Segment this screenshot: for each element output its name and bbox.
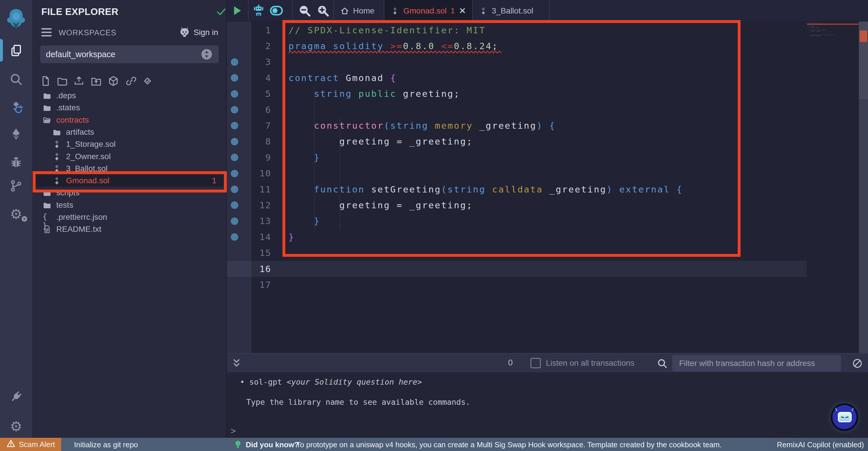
- tree-item-1_Storage.sol[interactable]: 1_Storage.sol: [32, 138, 226, 150]
- clear-terminal-icon[interactable]: [852, 358, 863, 369]
- gutter-dot[interactable]: [231, 186, 238, 193]
- file-text-icon: [42, 225, 52, 234]
- link-icon[interactable]: [125, 75, 138, 88]
- run-play-icon[interactable]: [230, 4, 243, 17]
- tree-item-.prettierrc.json[interactable]: { }.prettierrc.json: [32, 211, 226, 223]
- new-folder-icon[interactable]: [57, 75, 69, 88]
- tree-item-README.txt[interactable]: README.txt: [32, 223, 226, 235]
- code-line-16[interactable]: 16: [227, 261, 807, 277]
- tree-item-.deps[interactable]: .deps: [32, 90, 226, 102]
- tree-item-label: README.txt: [56, 225, 101, 234]
- code-line-10[interactable]: 10: [227, 166, 807, 181]
- file-explorer-panel: FILE EXPLORER WORKSPACES Sign in default…: [32, 0, 227, 438]
- code-line-1[interactable]: 1// SPDX-License-Identifier: MIT: [227, 22, 807, 38]
- tab-label: Gmonad.sol: [403, 6, 446, 16]
- gutter-dot[interactable]: [231, 233, 238, 241]
- code-editor[interactable]: 1// SPDX-License-Identifier: MIT2pragma …: [227, 22, 868, 353]
- tree-item-label: .deps: [56, 91, 76, 100]
- settings-icon[interactable]: ⚙: [0, 416, 32, 436]
- solidity-icon: [52, 152, 62, 162]
- new-file-icon[interactable]: [40, 75, 53, 88]
- file-explorer-icon[interactable]: [0, 40, 32, 61]
- code-line-9[interactable]: 9 }: [227, 149, 807, 165]
- workspaces-menu-icon[interactable]: [41, 28, 52, 38]
- remix-logo[interactable]: [0, 9, 32, 29]
- debugger-icon[interactable]: [0, 152, 32, 172]
- tab-3_Ballot.sol[interactable]: 3_Ballot.sol: [473, 0, 550, 22]
- git-icon[interactable]: [0, 175, 32, 196]
- code-line-12[interactable]: 12 greeting = _greeting;: [227, 197, 807, 213]
- copilot-toggle-icon[interactable]: [270, 4, 288, 17]
- listen-checkbox[interactable]: [530, 358, 541, 368]
- tree-item-label: artifacts: [66, 128, 94, 137]
- gutter-dot[interactable]: [231, 154, 238, 161]
- code-line-13[interactable]: 13 }: [227, 213, 807, 229]
- zoom-in-icon[interactable]: [316, 4, 330, 17]
- gutter-dot[interactable]: [231, 106, 238, 113]
- minimap[interactable]: // SPDX-License-Identifier: MITpragma so…: [807, 22, 859, 247]
- upload-file-icon[interactable]: [73, 75, 86, 88]
- code-line-14[interactable]: 14}: [227, 229, 807, 245]
- search-icon[interactable]: [0, 69, 32, 90]
- line-number: 17: [227, 280, 271, 290]
- gutter-dot[interactable]: [231, 218, 238, 225]
- tree-item-Gmonad.sol[interactable]: Gmonad.sol1: [32, 175, 226, 187]
- code-line-11[interactable]: 11 function setGreeting(string calldata …: [227, 181, 807, 197]
- tree-item-.states[interactable]: .states: [32, 102, 226, 114]
- code-line-7[interactable]: 7 constructor(string memory _greeting) {: [227, 117, 807, 133]
- error-count-badge: 1: [212, 176, 216, 185]
- gutter-dot[interactable]: [231, 170, 238, 177]
- tab-Home[interactable]: Home: [334, 0, 384, 22]
- gutter-dot[interactable]: [231, 90, 238, 98]
- solidity-compiler-icon[interactable]: [0, 97, 32, 117]
- folder-icon: [42, 200, 52, 210]
- init-git-repo-button[interactable]: Initialize as git repo: [74, 440, 138, 449]
- analyzers-icon[interactable]: ⚙: [0, 204, 32, 224]
- solidity-file-icon: [479, 7, 488, 15]
- transaction-filter-input[interactable]: [672, 355, 841, 371]
- tab-error-badge: 1: [451, 6, 455, 15]
- code-line-8[interactable]: 8 greeting = _greeting;: [227, 134, 807, 149]
- code-line-4[interactable]: 4contract Gmonad {: [227, 70, 807, 86]
- tree-item-contracts[interactable]: contracts: [32, 114, 226, 126]
- gutter-dot[interactable]: [231, 138, 238, 145]
- tree-item-tests[interactable]: tests: [32, 199, 226, 211]
- diamond-icon[interactable]: [142, 75, 154, 88]
- tab-Gmonad.sol[interactable]: Gmonad.sol1✕: [384, 0, 473, 22]
- folder-icon: [42, 188, 52, 198]
- listen-label[interactable]: Listen on all transactions: [546, 359, 634, 368]
- editor-scrollbar[interactable]: [859, 22, 868, 353]
- github-sign-in-button[interactable]: Sign in: [179, 26, 218, 38]
- copilot-status[interactable]: RemixAI Copilot (enabled): [777, 440, 864, 449]
- home-icon: [340, 7, 349, 15]
- terminal-search-icon[interactable]: [657, 358, 668, 369]
- code-text: }: [288, 152, 320, 163]
- code-line-15[interactable]: 15: [227, 245, 807, 260]
- code-line-17[interactable]: 17: [227, 277, 807, 292]
- code-line-3[interactable]: 3: [227, 54, 807, 70]
- plugin-manager-icon[interactable]: [0, 386, 32, 407]
- close-tab-icon[interactable]: ✕: [459, 7, 466, 15]
- tree-item-3_Ballot.sol[interactable]: 3_Ballot.sol: [32, 163, 226, 175]
- remix-ai-assistant-button[interactable]: [831, 403, 858, 431]
- scam-alert-button[interactable]: Scam Alert: [0, 438, 61, 451]
- gutter-dot[interactable]: [231, 58, 238, 66]
- code-line-6[interactable]: 6: [227, 102, 807, 117]
- tree-item-scripts[interactable]: scripts: [32, 187, 226, 199]
- solidity-icon: [52, 140, 62, 149]
- terminal-prompt[interactable]: >: [231, 426, 236, 436]
- zoom-out-icon[interactable]: [298, 4, 311, 17]
- upload-folder-icon[interactable]: [90, 75, 103, 88]
- ai-robot-icon[interactable]: [252, 4, 265, 17]
- gutter-dot[interactable]: [231, 74, 238, 82]
- workspaces-label: WORKSPACES: [59, 28, 117, 37]
- collapse-terminal-icon[interactable]: [231, 358, 242, 369]
- tree-item-2_Owner.sol[interactable]: 2_Owner.sol: [32, 150, 226, 163]
- deploy-run-icon[interactable]: [0, 124, 32, 144]
- sign-in-label: Sign in: [193, 28, 218, 37]
- cube-icon[interactable]: [107, 75, 120, 88]
- workspace-select[interactable]: default_workspace: [40, 46, 219, 63]
- tree-item-artifacts[interactable]: artifacts: [32, 126, 226, 138]
- code-line-5[interactable]: 5 string public greeting;: [227, 86, 807, 102]
- status-bar: Scam Alert Initialize as git repo Did yo…: [0, 438, 868, 451]
